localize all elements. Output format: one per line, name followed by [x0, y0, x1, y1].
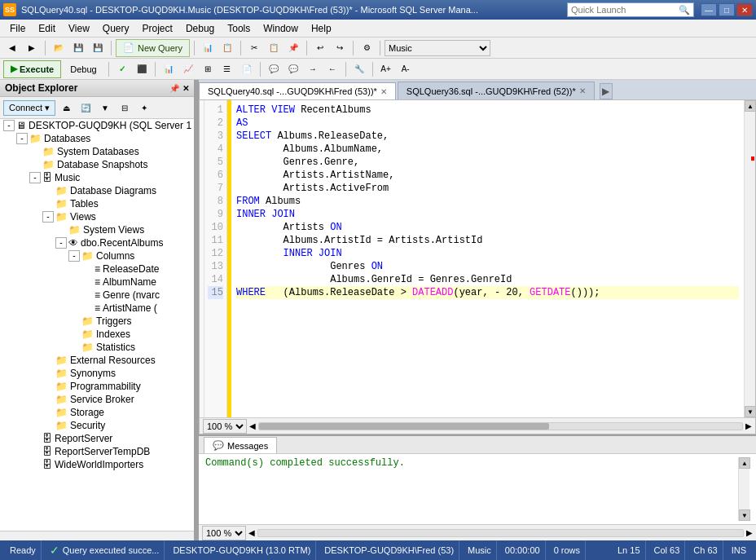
maximize-button[interactable]: □ [719, 3, 735, 16]
font-increase-button[interactable]: A+ [377, 60, 395, 78]
results-scroll-right[interactable]: ▶ [746, 528, 753, 537]
menu-help[interactable]: Help [305, 21, 338, 36]
tree-item[interactable]: ≡ReleaseDate [0, 262, 194, 276]
forward-button[interactable]: ▶ [23, 39, 41, 57]
tree-item[interactable]: 🗄ReportServerTempDB [0, 445, 194, 458]
refresh-oe-button[interactable]: 🔄 [77, 99, 94, 117]
new-tab-button[interactable]: ▶ [600, 83, 613, 99]
tree-item[interactable]: ≡AlbumName [0, 276, 194, 289]
menu-edit[interactable]: Edit [32, 21, 62, 36]
back-button[interactable]: ◀ [3, 39, 21, 57]
tree-item[interactable]: 📁Tables [0, 197, 194, 210]
debug-button[interactable]: Debug [63, 60, 103, 78]
results-hscroll-track[interactable] [257, 529, 744, 537]
font-decrease-button[interactable]: A- [397, 60, 415, 78]
undo-button[interactable]: ↩ [311, 39, 329, 57]
tree-item[interactable]: ≡ArtistName ( [0, 302, 194, 315]
tree-item[interactable]: 📁Service Broker [0, 393, 194, 406]
activity-monitor-button[interactable]: 📊 [199, 39, 217, 57]
collapse-button[interactable]: ⊟ [116, 99, 134, 117]
tree-item[interactable]: -📁Databases [0, 132, 194, 145]
minimize-button[interactable]: — [701, 3, 717, 16]
tree-item[interactable]: 📁Indexes [0, 328, 194, 341]
tree-expander[interactable]: - [68, 250, 80, 262]
messages-tab[interactable]: 💬 Messages [204, 437, 277, 453]
tab-close-button-2[interactable]: ✕ [579, 86, 586, 95]
results-to-grid-button[interactable]: ⊞ [199, 60, 217, 78]
zoom-select[interactable]: 100 % 75 % 125 % 150 % [203, 419, 247, 434]
tree-item[interactable]: 📁Storage [0, 406, 194, 419]
code-editor[interactable]: ALTER VIEW RecentAlbums AS SELECT Albums… [231, 100, 744, 417]
tree-item[interactable]: 📁System Databases [0, 145, 194, 158]
tree-item[interactable]: -🗄Music [0, 171, 194, 184]
new-query-button[interactable]: 📄 New Query [116, 39, 190, 57]
menu-debug[interactable]: Debug [179, 21, 221, 36]
tree-expander[interactable]: - [16, 133, 28, 144]
zoom-right-arrow[interactable]: ▶ [745, 421, 752, 430]
cancel-query-button[interactable]: ⬛ [133, 60, 151, 78]
menu-project[interactable]: Project [136, 21, 179, 36]
include-client-stats-button[interactable]: 📈 [179, 60, 197, 78]
tree-item[interactable]: ≡Genre (nvarc [0, 289, 194, 302]
save-button[interactable]: 💾 [69, 39, 87, 57]
tree-item[interactable]: 📁System Views [0, 223, 194, 236]
close-pane-button[interactable]: ✕ [182, 84, 189, 93]
zoom-left-arrow[interactable]: ◀ [249, 421, 256, 430]
results-scroll-down[interactable]: ▼ [739, 509, 750, 521]
tree-item[interactable]: 📁Programmability [0, 380, 194, 393]
results-zoom-select[interactable]: 100 % [202, 526, 246, 540]
connect-button[interactable]: Connect ▾ [3, 100, 55, 116]
tree-expander[interactable]: - [3, 120, 15, 131]
quick-launch-input[interactable] [571, 5, 677, 15]
indent-button[interactable]: → [304, 60, 322, 78]
tree-item[interactable]: 🗄ReportServer [0, 432, 194, 445]
comment-out-button[interactable]: 💬 [265, 60, 283, 78]
tree-item[interactable]: -👁dbo.RecentAlbums [0, 236, 194, 249]
menu-window[interactable]: Window [257, 21, 305, 36]
reports-button[interactable]: 📋 [218, 39, 236, 57]
tree-item[interactable]: 📁Database Snapshots [0, 158, 194, 171]
database-selector[interactable]: Music master ReportServer [385, 40, 490, 56]
tab-sqlquery40[interactable]: SQLQuery40.sql -...GUQD9KH\Fred (53))* ✕ [199, 82, 396, 99]
include-actual-plan-button[interactable]: 📊 [160, 60, 178, 78]
menu-file[interactable]: File [3, 21, 32, 36]
cut-button[interactable]: ✂ [245, 39, 263, 57]
results-scroll-left[interactable]: ◀ [248, 528, 255, 537]
menu-query[interactable]: Query [96, 21, 136, 36]
open-button[interactable]: 📂 [50, 39, 68, 57]
tree-item[interactable]: 📁Triggers [0, 315, 194, 328]
save-all-button[interactable]: 💾 [89, 39, 107, 57]
tree-item[interactable]: 📁External Resources [0, 354, 194, 367]
results-to-file-button[interactable]: 📄 [238, 60, 256, 78]
specify-values-button[interactable]: 🔧 [350, 60, 368, 78]
outdent-button[interactable]: ← [323, 60, 341, 78]
tree-expander[interactable]: - [55, 237, 67, 249]
close-button[interactable]: ✕ [736, 3, 753, 16]
horizontal-scrollbar-track[interactable] [258, 422, 743, 430]
tree-expander[interactable]: - [42, 211, 54, 223]
tree-item[interactable]: 🗄WideWorldImporters [0, 458, 194, 471]
tree-item[interactable]: 📁Security [0, 419, 194, 432]
tree-item[interactable]: 📁Database Diagrams [0, 184, 194, 197]
properties-button[interactable]: ⚙ [358, 39, 376, 57]
uncomment-button[interactable]: 💬 [284, 60, 302, 78]
tree-item[interactable]: -📁Views [0, 210, 194, 223]
scroll-down-arrow[interactable]: ▼ [745, 406, 755, 417]
tab-sqlquery36[interactable]: SQLQuery36.sql -...GUQD9KH\Fred (52))* ✕ [398, 82, 595, 99]
results-vertical-scrollbar[interactable]: ▲ ▼ [738, 457, 749, 521]
oe-horizontal-scrollbar[interactable] [0, 531, 194, 541]
scroll-up-arrow[interactable]: ▲ [745, 100, 755, 112]
filter-button[interactable]: ▼ [96, 99, 114, 117]
redo-button[interactable]: ↪ [331, 39, 349, 57]
tab-close-button[interactable]: ✕ [380, 87, 387, 96]
pin-icon[interactable]: 📌 [169, 84, 179, 93]
results-to-text-button[interactable]: ☰ [218, 60, 236, 78]
copy-button[interactable]: 📋 [265, 39, 283, 57]
check-syntax-button[interactable]: ✓ [113, 60, 131, 78]
tree-item[interactable]: 📁Statistics [0, 341, 194, 354]
results-scroll-up[interactable]: ▲ [739, 457, 750, 469]
menu-view[interactable]: View [62, 21, 96, 36]
tree-item[interactable]: -📁Columns [0, 249, 194, 262]
execute-button[interactable]: ▶ Execute [3, 60, 61, 78]
tree-expander[interactable]: - [29, 172, 41, 183]
